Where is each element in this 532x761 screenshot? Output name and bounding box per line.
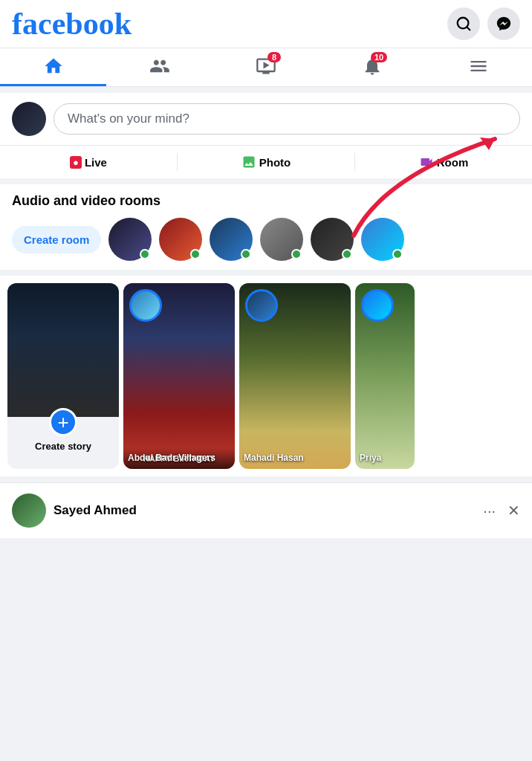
bottom-bar-left: Sayed Ahmed [12,493,137,528]
stories-section: + Create story HAPPY BIRTHDAY Abdul Badr… [0,276,532,476]
stories-row: + Create story HAPPY BIRTHDAY Abdul Badr… [0,276,532,476]
story-create-bottom: + Create story [32,417,94,452]
tab-friends[interactable] [106,48,213,86]
story-card-3[interactable]: Mahadi Hasan [239,283,351,469]
create-room-button[interactable]: Create room [12,226,101,253]
story-card-4[interactable]: Priya [355,283,415,469]
room-label: Room [437,156,469,169]
room-avatar-4[interactable] [260,218,303,261]
post-input[interactable]: What's on your mind? [53,103,520,135]
rooms-section: Audio and video rooms Create room [0,184,532,270]
bottom-user-avatar [12,493,46,528]
bottom-user-name: Sayed Ahmed [53,503,137,518]
create-post-section: What's on your mind? ● Live Photo [0,93,532,178]
room-online-dot-2 [190,249,201,259]
create-story-label: Create story [35,441,91,452]
story-2-name: Abdul Badr Villagers [128,453,230,463]
menu-icon [468,56,489,77]
room-avatar-1[interactable] [108,218,152,261]
room-avatar-2[interactable] [159,218,202,261]
home-icon [43,56,64,77]
story-4-name: Priya [360,453,410,463]
create-story-plus-button[interactable]: + [49,408,77,436]
room-avatar-6[interactable] [361,218,404,261]
post-actions: ● Live Photo Room [0,145,532,178]
story-card-2[interactable]: HAPPY BIRTHDAY Abdul Badr Villagers [123,283,235,469]
live-icon: ● [70,156,82,169]
room-online-dot-5 [342,249,352,259]
messenger-icon [496,16,512,32]
header-icons [447,7,520,40]
bottom-bar: Sayed Ahmed ··· ✕ [0,482,532,538]
notifications-badge: 10 [371,52,387,62]
story-avatar-2 [129,289,162,322]
live-action[interactable]: ● Live [0,149,177,175]
bottom-bar-right: ··· ✕ [483,502,520,519]
tab-watch[interactable]: 8 [213,48,319,86]
tab-notifications[interactable]: 10 [319,48,426,86]
close-button[interactable]: ✕ [507,502,520,519]
create-post-bar: What's on your mind? [0,93,532,145]
photo-action[interactable]: Photo [178,149,354,175]
room-online-dot-4 [291,249,302,259]
story-create-image [7,283,119,417]
room-icon [419,155,434,169]
story-create-card[interactable]: + Create story [7,283,119,469]
messenger-button[interactable] [487,7,520,40]
tab-menu[interactable] [426,48,532,86]
room-online-dot-6 [392,249,403,259]
room-avatar-3[interactable] [210,218,253,261]
more-options-button[interactable]: ··· [483,502,496,519]
rooms-title: Audio and video rooms [12,193,520,209]
story-avatar-3 [245,289,278,322]
room-online-dot-3 [241,249,251,259]
facebook-logo: facebook [12,8,132,39]
story-avatar-4 [361,289,394,322]
photo-icon [241,155,256,169]
friends-icon [149,56,170,77]
room-avatar-5[interactable] [311,218,354,261]
room-online-dot-1 [140,249,150,259]
search-icon [455,16,472,32]
tab-home[interactable] [0,48,106,86]
nav-tabs-wrapper: 8 10 [0,48,532,87]
header: facebook [0,0,532,48]
search-button[interactable] [447,7,480,40]
photo-label: Photo [259,156,291,169]
room-action[interactable]: Room [355,149,532,175]
story-3-name: Mahadi Hasan [244,453,346,463]
current-user-avatar [12,102,46,136]
nav-tabs: 8 10 [0,48,532,87]
live-label: Live [85,156,107,169]
watch-badge: 8 [267,52,281,62]
svg-line-1 [467,27,470,30]
rooms-row: Create room [12,218,520,261]
